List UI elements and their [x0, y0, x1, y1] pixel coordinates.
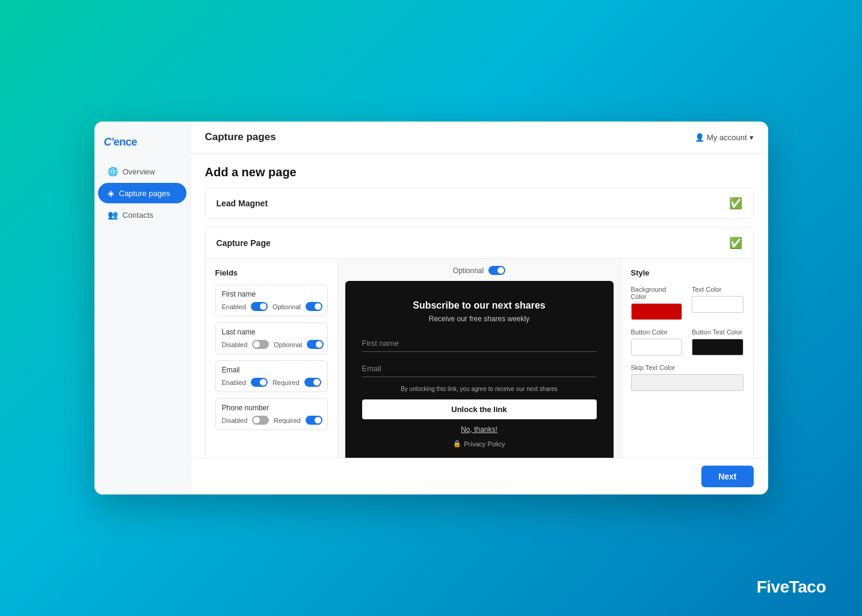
sidebar-item-contacts-label: Contacts — [123, 211, 153, 220]
style-row-2: Button Color Button Text Color — [631, 328, 743, 356]
style-title: Style — [631, 268, 743, 277]
button-color-label: Button Color — [631, 328, 683, 336]
lead-magnet-label: Lead Magnet — [217, 199, 268, 208]
field-first-name-status-toggle[interactable] — [251, 302, 268, 311]
bg-color-group: Background Color — [631, 286, 683, 320]
skip-text-color-group: Skip Text Color — [631, 364, 743, 391]
sidebar-item-overview-label: Overview — [123, 167, 155, 176]
unlock-link-button[interactable]: Unlock the link — [362, 399, 597, 419]
capture-body: Fields First name Enabled Optionnal — [206, 259, 753, 458]
field-phone-option-toggle[interactable] — [306, 416, 322, 425]
fivetaco-branding: FiveTaco — [757, 578, 826, 597]
sidebar-item-capture-pages[interactable]: ◈ Capture pages — [98, 183, 186, 203]
field-first-name-status: Enabled — [222, 303, 246, 310]
optional-bar: Optionnal — [453, 266, 505, 275]
field-first-name-controls: Enabled Optionnal — [222, 302, 321, 311]
preview-email-input[interactable] — [362, 360, 597, 377]
app-window: C'ence 🌐 Overview ◈ Capture pages 👥 Cont… — [94, 122, 768, 494]
field-first-name-option-toggle[interactable] — [306, 302, 322, 311]
contacts-icon: 👥 — [108, 210, 118, 220]
sidebar: C'ence 🌐 Overview ◈ Capture pages 👥 Cont… — [94, 122, 191, 494]
field-first-name-option: Optionnal — [272, 303, 301, 310]
scroll-area: Add a new page Lead Magnet ✅ Capture Pag… — [191, 153, 768, 458]
field-email-status: Enabled — [222, 379, 246, 386]
button-text-color-label: Button Text Color — [692, 328, 743, 336]
page-title: Capture pages — [205, 131, 276, 143]
button-text-color-swatch[interactable] — [692, 339, 743, 356]
main-content: Capture pages 👤 My account ▾ Add a new p… — [191, 122, 768, 494]
text-color-group: Text Color — [692, 286, 743, 320]
lead-magnet-section: Lead Magnet ✅ — [205, 188, 754, 219]
my-account-label: My account — [707, 133, 747, 142]
my-account-button[interactable]: 👤 My account ▾ — [695, 133, 753, 142]
field-phone-controls: Disabled Required — [222, 416, 321, 425]
optional-toggle[interactable] — [488, 266, 505, 275]
text-color-swatch[interactable] — [692, 296, 743, 313]
app-logo: C'ence — [94, 131, 190, 161]
no-thanks-link[interactable]: No, thanks! — [362, 425, 597, 434]
sidebar-item-contacts[interactable]: 👥 Contacts — [98, 205, 186, 225]
privacy-label: Privacy Policy — [464, 440, 505, 448]
fields-title: Fields — [215, 268, 328, 277]
preview-disclaimer: By unlocking this link, you agree to rec… — [362, 386, 597, 392]
preview-heading: Subscribe to our next shares — [362, 300, 597, 311]
chevron-down-icon: ▾ — [750, 133, 754, 142]
top-header: Capture pages 👤 My account ▾ — [191, 122, 768, 153]
field-last-name-option-toggle[interactable] — [307, 340, 324, 349]
capture-pages-icon: ◈ — [108, 188, 114, 198]
field-email-label: Email — [222, 366, 321, 374]
overview-icon: 🌐 — [108, 167, 118, 176]
field-email: Email Enabled Required — [215, 360, 328, 392]
capture-page-section: Capture Page ✅ Fields First name Enabled — [205, 227, 754, 458]
capture-page-header: Capture Page ✅ — [206, 228, 753, 259]
footer-bar: Next — [191, 458, 768, 494]
field-email-option-toggle[interactable] — [304, 378, 321, 387]
button-text-color-group: Button Text Color — [692, 328, 743, 356]
field-email-status-toggle[interactable] — [251, 378, 268, 387]
field-phone: Phone number Disabled Required — [215, 398, 328, 430]
capture-preview-card: Subscribe to our next shares Receive our… — [345, 281, 614, 458]
account-icon: 👤 — [695, 133, 704, 142]
field-last-name: Last name Disabled Optionnal — [215, 322, 328, 354]
field-last-name-status-toggle[interactable] — [252, 340, 269, 349]
field-phone-status-toggle[interactable] — [252, 416, 269, 425]
sidebar-item-capture-pages-label: Capture pages — [119, 189, 170, 198]
style-panel: Style Background Color Text Color — [621, 259, 753, 458]
bg-color-label: Background Color — [631, 286, 683, 300]
field-last-name-option: Optionnal — [274, 341, 302, 348]
preview-panel: Optionnal Subscribe to our next shares R… — [338, 259, 621, 458]
sidebar-item-overview[interactable]: 🌐 Overview — [98, 161, 186, 182]
fields-panel: Fields First name Enabled Optionnal — [206, 259, 338, 458]
preview-first-name-input[interactable] — [362, 335, 597, 352]
capture-page-check-icon: ✅ — [729, 236, 742, 250]
add-new-page-title: Add a new page — [205, 153, 754, 188]
skip-text-color-swatch[interactable] — [631, 374, 743, 391]
button-color-swatch[interactable] — [631, 339, 683, 356]
field-phone-status: Disabled — [222, 417, 248, 424]
privacy-policy[interactable]: 🔒 Privacy Policy — [362, 440, 597, 448]
skip-text-color-label: Skip Text Color — [631, 364, 743, 371]
field-last-name-status: Disabled — [222, 341, 248, 348]
field-email-option: Required — [272, 379, 300, 386]
lock-icon: 🔒 — [453, 440, 461, 448]
field-phone-label: Phone number — [222, 404, 321, 412]
button-color-group: Button Color — [631, 328, 683, 356]
field-last-name-controls: Disabled Optionnal — [222, 340, 321, 349]
lead-magnet-header: Lead Magnet ✅ — [206, 188, 753, 218]
text-color-label: Text Color — [692, 286, 743, 293]
lead-magnet-check-icon: ✅ — [729, 197, 742, 210]
bg-color-swatch[interactable] — [631, 303, 683, 320]
preview-subheading: Receive our free shares weekly — [362, 315, 597, 323]
style-row-3: Skip Text Color — [631, 364, 743, 391]
style-row-1: Background Color Text Color — [631, 286, 743, 320]
field-phone-option: Required — [274, 417, 301, 424]
field-first-name-label: First name — [222, 290, 321, 298]
branding-taco: Taco — [789, 578, 826, 596]
branding-five: Five — [757, 578, 789, 596]
field-last-name-label: Last name — [222, 328, 321, 336]
optional-label: Optionnal — [453, 266, 484, 275]
field-first-name: First name Enabled Optionnal — [215, 285, 328, 316]
next-button[interactable]: Next — [701, 466, 753, 487]
capture-page-label: Capture Page — [217, 238, 271, 248]
field-email-controls: Enabled Required — [222, 378, 321, 387]
